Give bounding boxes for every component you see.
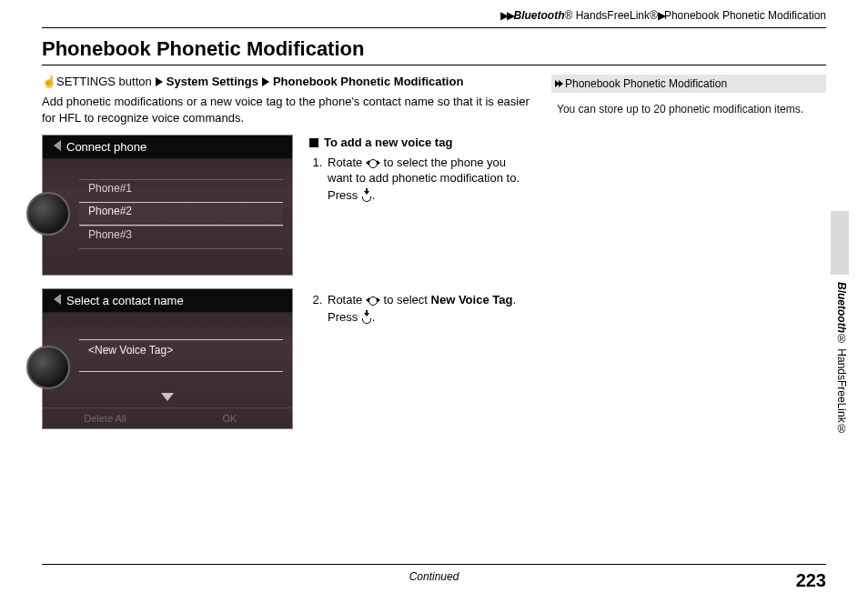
page-title: Phonebook Phonetic Modification — [42, 37, 826, 61]
side-label-bluetooth: Bluetooth — [835, 282, 848, 333]
phone-list: Phone#1 Phone#2 Phone#3 — [79, 179, 283, 249]
list-item: Phone#1 — [79, 179, 283, 202]
nav-system-settings: System Settings — [167, 75, 258, 88]
side-label-rest: HandsFreeLink® — [835, 346, 848, 436]
step2-a: Rotate — [328, 293, 366, 306]
delete-all-button: Delete All — [43, 408, 167, 428]
dial-knob-icon — [26, 346, 70, 389]
back-icon — [48, 140, 61, 151]
sidebar-note: You can store up to 20 phonetic modifica… — [551, 93, 826, 126]
screen2-title: Select a contact name — [66, 294, 184, 307]
side-label-reg: ® — [835, 333, 848, 346]
sidebar-heading: Phonebook Phonetic Modification — [551, 75, 826, 93]
navigation-path: SETTINGS button System Settings Phoneboo… — [42, 75, 533, 88]
screenshot-connect-phone: Connect phone Phone#1 Phone#2 Phone#3 — [42, 135, 293, 276]
step2-b: to select — [380, 293, 431, 306]
section-side-label: Bluetooth® HandsFreeLink® — [835, 282, 848, 436]
sidebar-title: Phonebook Phonetic Modification — [565, 77, 727, 90]
breadcrumb-reg1: ® — [564, 9, 572, 22]
nav-settings: SETTINGS button — [56, 75, 152, 88]
top-rule — [42, 27, 826, 28]
breadcrumb: ▶▶Bluetooth® HandsFreeLink®▶Phonebook Ph… — [42, 9, 826, 27]
continued-label: Continued — [409, 570, 459, 583]
title-rule — [42, 65, 826, 65]
section-tab — [831, 211, 849, 275]
press-dial-icon — [361, 311, 372, 324]
back-icon — [48, 294, 61, 305]
ok-button: OK — [167, 408, 292, 428]
new-voice-tag-item: <New Voice Tag> — [79, 339, 283, 372]
intro-text: Add phonetic modifications or a new voic… — [42, 94, 533, 126]
breadcrumb-sep: ▶ — [658, 9, 664, 22]
list-item: Phone#2 — [79, 202, 283, 226]
step2-bold: New Voice Tag — [431, 293, 513, 306]
dial-knob-icon — [26, 192, 70, 236]
chevron-right-icon — [156, 77, 163, 86]
square-bullet-icon — [309, 138, 318, 147]
settings-button-icon — [42, 75, 53, 88]
instr-heading-text: To add a new voice tag — [324, 136, 452, 149]
rotate-dial-icon — [366, 295, 380, 306]
step2-d: . — [372, 310, 376, 324]
chevron-right-icon — [262, 77, 269, 86]
chevron-right-icon — [559, 80, 563, 87]
screenshot-select-contact: Select a contact name <New Voice Tag> De… — [42, 288, 293, 429]
step-2: Rotate to select New Voice Tag. Press . — [326, 292, 533, 325]
step1-c: . — [372, 188, 376, 202]
screen1-title: Connect phone — [66, 140, 146, 154]
press-dial-icon — [361, 189, 372, 202]
breadcrumb-current: Phonebook Phonetic Modification — [664, 9, 826, 22]
nav-current: Phonebook Phonetic Modification — [273, 75, 463, 88]
step-1: Rotate to select the phone you want to a… — [326, 155, 533, 204]
breadcrumb-arrows: ▶▶ — [500, 9, 513, 22]
step1-a: Rotate — [328, 156, 366, 169]
breadcrumb-bluetooth: Bluetooth — [513, 9, 564, 22]
page-number: 223 — [796, 570, 826, 591]
page-footer: Continued 223 — [42, 564, 826, 591]
scroll-down-icon — [161, 393, 174, 401]
instruction-heading: To add a new voice tag — [309, 135, 533, 151]
list-item: Phone#3 — [79, 226, 283, 249]
rotate-dial-icon — [366, 157, 380, 169]
breadcrumb-handsfree: HandsFreeLink® — [572, 9, 658, 22]
